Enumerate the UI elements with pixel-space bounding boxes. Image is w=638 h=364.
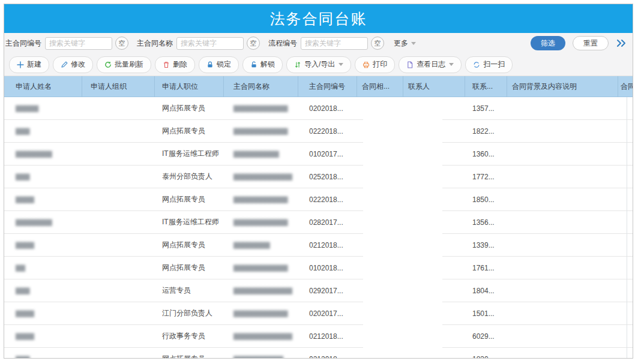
- printer-icon: [363, 61, 370, 68]
- table-row[interactable]: ▇▇▇网点拓展专员▇▇▇▇▇▇▇▇▇▇▇0212018...1830...: [4, 348, 633, 358]
- column-header-applicant-title[interactable]: 申请人职位: [155, 76, 224, 97]
- delete-button[interactable]: 删除: [155, 56, 195, 73]
- cell-name-blur: ▇▇▇▇: [4, 241, 82, 249]
- unlock-icon: [250, 61, 257, 68]
- cell-phone: 6029...: [465, 332, 507, 341]
- column-header-contract-related[interactable]: 合同相...: [357, 76, 403, 97]
- table-row[interactable]: ▇▇▇▇行政事务专员▇▇▇▇▇▇▇▇▇▇▇▇▇0212018...6029...: [4, 325, 633, 348]
- scan-button[interactable]: 扫一扫: [465, 56, 513, 73]
- print-button[interactable]: 打印: [355, 56, 395, 73]
- cell-contract-no: 0222018...: [298, 195, 357, 204]
- cell-position: 网点拓展专员: [155, 126, 224, 136]
- table-row[interactable]: ▇▇▇▇▇▇▇▇IT服务运维工程师▇▇▇▇▇▇▇▇▇▇0102017...136…: [4, 143, 633, 166]
- table-body: ▇▇▇▇▇网点拓展专员▇▇▇▇▇▇▇▇▇▇▇▇0202018...1357...…: [4, 97, 633, 358]
- cell-phone: 1830...: [465, 355, 507, 359]
- table-row[interactable]: ▇▇▇▇▇网点拓展专员▇▇▇▇▇▇▇▇▇▇▇▇0202018...1357...: [4, 97, 633, 120]
- cell-name-blur: ▇▇▇: [4, 173, 82, 181]
- import-export-button-label: 导入/导出: [304, 59, 335, 70]
- column-header-contact-phone[interactable]: 联系...: [465, 76, 507, 97]
- lock-button-label: 锁定: [217, 59, 231, 70]
- import-export-button[interactable]: 导入/导出: [286, 56, 351, 73]
- clear-contract-no-button[interactable]: 空: [115, 37, 128, 50]
- table-row[interactable]: ▇▇▇运营专员▇▇▇▇▇▇▇▇▇▇▇▇▇0292017...1804...: [4, 279, 633, 302]
- cell-contract-no: 0202017...: [298, 309, 357, 318]
- cell-position: 泰州分部负责人: [155, 172, 224, 182]
- clear-contract-name-button[interactable]: 空: [247, 37, 260, 50]
- cell-position: IT服务运维工程师: [155, 217, 224, 227]
- column-header-contract-name[interactable]: 主合同名称: [224, 76, 298, 97]
- table-row[interactable]: ▇▇▇▇网点拓展专员▇▇▇▇▇▇▇▇▇▇▇▇0222018...1850...: [4, 188, 633, 211]
- filter-group-process-no: 流程编号 空: [268, 37, 384, 50]
- new-button-label: 新建: [27, 59, 41, 70]
- edit-pencil-icon: [61, 61, 68, 68]
- cell-phone: 1501...: [465, 309, 507, 318]
- lock-button[interactable]: 锁定: [199, 56, 239, 73]
- delete-button-label: 删除: [173, 59, 187, 70]
- cell-name-blur: ▇▇▇▇▇▇▇▇: [4, 218, 82, 226]
- cell-phone: 1339...: [465, 241, 507, 249]
- scan-button-label: 扫一扫: [483, 59, 505, 70]
- contract-name-search-input[interactable]: [176, 37, 244, 50]
- cell-contract-blur: ▇▇▇▇▇▇▇▇▇▇▇▇▇: [224, 287, 298, 294]
- cell-phone: 1804...: [465, 287, 507, 295]
- column-header-applicant-name[interactable]: 申请人姓名: [4, 76, 82, 97]
- more-filters-button[interactable]: 更多: [394, 38, 416, 49]
- clear-process-no-button[interactable]: 空: [371, 37, 384, 50]
- cell-name-blur: ▇▇: [4, 264, 82, 272]
- edit-button[interactable]: 修改: [53, 56, 93, 73]
- cell-contract-blur: ▇▇▇▇▇▇▇▇▇▇▇▇: [224, 127, 298, 135]
- column-header-contact[interactable]: 联系人: [403, 76, 465, 97]
- filter-row: 主合同编号 空 主合同名称 空 流程编号 空 更多 筛选 重置: [4, 33, 633, 53]
- batch-refresh-button[interactable]: 批量刷新: [97, 56, 151, 73]
- cell-position: 运营专员: [155, 285, 224, 296]
- table-row[interactable]: ▇▇▇网点拓展专员▇▇▇▇▇▇▇▇▇▇▇▇0222018...1822...: [4, 120, 633, 143]
- toolbar: 新建 修改 批量刷新 删除 锁定 解锁 导入/导出 打印: [4, 53, 633, 76]
- refresh-icon: [104, 61, 112, 68]
- cell-contract-no: 0282017...: [298, 218, 357, 227]
- more-filters-label: 更多: [394, 38, 408, 49]
- cell-name-blur: ▇▇▇▇: [4, 195, 82, 203]
- filter-label-contract-no: 主合同编号: [5, 38, 41, 49]
- collapse-double-chevron-icon[interactable]: [616, 38, 627, 48]
- cell-contract-no: 0212018...: [298, 241, 357, 249]
- redaction-band: [363, 97, 442, 358]
- cell-phone: 1772...: [465, 173, 507, 181]
- cell-contract-blur: ▇▇▇▇▇▇▇▇: [224, 241, 298, 249]
- contract-no-search-input[interactable]: [45, 37, 112, 50]
- column-header-contract-no[interactable]: 主合同编号: [298, 76, 357, 97]
- table-row[interactable]: ▇▇▇▇网点拓展专员▇▇▇▇▇▇▇▇0212018...1339...: [4, 234, 633, 257]
- cell-position: IT服务运维工程师: [155, 149, 224, 159]
- reset-button[interactable]: 重置: [573, 36, 609, 50]
- page-title: 法务合同台账: [4, 4, 633, 33]
- table-row[interactable]: ▇▇▇▇▇▇▇▇IT服务运维工程师▇▇▇▇▇▇▇▇▇▇▇▇0282017...1…: [4, 211, 633, 234]
- scan-icon: [473, 61, 480, 68]
- column-header-background[interactable]: 合同背景及内容说明: [507, 76, 618, 97]
- log-document-icon: [406, 61, 414, 68]
- table-row[interactable]: ▇▇▇泰州分部负责人▇▇▇▇▇▇▇▇▇▇▇▇▇0252018...1772...: [4, 166, 633, 188]
- filter-label-process-no: 流程编号: [268, 38, 297, 49]
- filter-group-contract-no: 主合同编号 空: [5, 37, 128, 50]
- column-header-contract-rel[interactable]: 合同关: [618, 76, 633, 97]
- cell-position: 网点拓展专员: [155, 240, 224, 250]
- view-logs-button[interactable]: 查看日志: [399, 56, 462, 73]
- cell-phone: 1356...: [465, 218, 507, 227]
- cell-contract-no: 0212018...: [298, 332, 357, 341]
- table-row[interactable]: ▇▇网点拓展专员▇▇▇▇▇▇▇▇▇▇▇▇0102018...1761...: [4, 257, 633, 279]
- process-no-search-input[interactable]: [301, 37, 368, 50]
- trash-icon: [163, 61, 170, 68]
- cell-contract-blur: ▇▇▇▇▇▇▇▇▇▇▇▇▇: [224, 173, 298, 181]
- new-button[interactable]: 新建: [9, 56, 49, 73]
- unlock-button[interactable]: 解锁: [242, 56, 283, 73]
- chevron-down-icon: [449, 63, 454, 66]
- table-row[interactable]: ▇▇▇▇江门分部负责人▇▇▇▇▇▇▇▇▇▇▇▇0202017...1501...: [4, 302, 633, 325]
- cell-name-blur: ▇▇▇▇▇: [4, 104, 82, 112]
- cell-phone: 1822...: [465, 127, 507, 136]
- cell-contract-no: 0202018...: [298, 104, 357, 113]
- cell-phone: 1360...: [465, 150, 507, 158]
- edit-button-label: 修改: [71, 59, 85, 70]
- filter-button[interactable]: 筛选: [531, 36, 565, 50]
- lock-icon: [206, 61, 214, 68]
- column-header-applicant-org[interactable]: 申请人组织: [82, 76, 155, 97]
- cell-phone: 1850...: [465, 195, 507, 204]
- filter-group-contract-name: 主合同名称 空: [137, 37, 260, 50]
